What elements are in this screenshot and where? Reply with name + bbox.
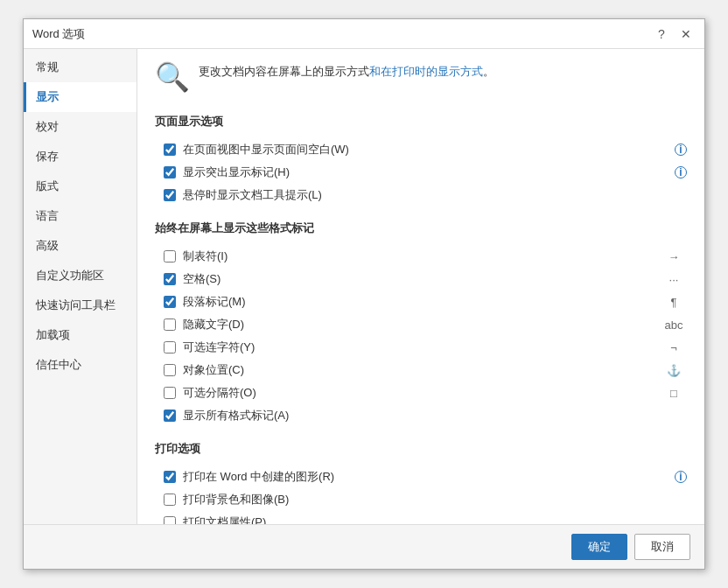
- option-symbol-1-6: □: [661, 387, 687, 400]
- option-symbol-1-0: →: [661, 250, 687, 263]
- option-row-1-3: 隐藏文字(D)abc: [155, 313, 687, 336]
- option-row-2-0: 打印在 Word 中创建的图形(R)i: [155, 466, 687, 488]
- sidebar-item-9[interactable]: 加载项: [24, 320, 136, 350]
- header-text: 更改文档内容在屏幕上的显示方式和在打印时的显示方式。: [199, 63, 494, 81]
- option-row-1-0: 制表符(I)→: [155, 245, 687, 268]
- help-button[interactable]: ?: [652, 24, 671, 44]
- section-title-0: 页面显示选项: [155, 114, 687, 130]
- option-label-2-1: 打印背景色和图像(B): [183, 492, 687, 508]
- sidebar-item-10[interactable]: 信任中心: [24, 350, 136, 380]
- option-label-0-0: 在页面视图中显示页面间空白(W): [183, 142, 668, 158]
- info-icon-0-1[interactable]: i: [675, 166, 687, 178]
- info-icon-0-0[interactable]: i: [675, 144, 687, 156]
- title-bar: Word 选项 ? ✕: [24, 19, 704, 49]
- option-label-1-6: 可选分隔符(O): [183, 385, 654, 401]
- dialog-title: Word 选项: [32, 26, 85, 42]
- option-label-1-5: 对象位置(C): [183, 362, 654, 378]
- option-symbol-1-4: ¬: [661, 341, 687, 354]
- option-row-0-2: 悬停时显示文档工具提示(L): [155, 184, 687, 206]
- section-title-2: 打印选项: [155, 441, 687, 457]
- option-row-1-1: 空格(S)···: [155, 268, 687, 290]
- title-bar-controls: ? ✕: [652, 24, 696, 44]
- option-row-2-1: 打印背景色和图像(B): [155, 488, 687, 511]
- option-row-1-6: 可选分隔符(O)□: [155, 382, 687, 404]
- checkbox-0-0[interactable]: [164, 144, 176, 156]
- sidebar-item-2[interactable]: 校对: [24, 112, 136, 142]
- option-label-1-0: 制表符(I): [183, 248, 654, 264]
- checkbox-1-5[interactable]: [164, 364, 176, 376]
- option-row-1-4: 可选连字符(Y)¬: [155, 336, 687, 359]
- option-label-1-4: 可选连字符(Y): [183, 340, 654, 355]
- option-label-1-1: 空格(S): [183, 271, 654, 287]
- option-symbol-1-2: ¶: [661, 296, 687, 309]
- sidebar-item-8[interactable]: 快速访问工具栏: [24, 290, 136, 320]
- option-label-1-2: 段落标记(M): [183, 294, 654, 310]
- checkbox-2-1[interactable]: [164, 494, 176, 506]
- sidebar-item-6[interactable]: 高级: [24, 231, 136, 261]
- option-symbol-1-5: ⚓: [661, 364, 687, 377]
- option-row-0-0: 在页面视图中显示页面间空白(W)i: [155, 138, 687, 161]
- option-row-2-2: 打印文档属性(P): [155, 511, 687, 524]
- info-icon-2-0[interactable]: i: [675, 471, 687, 483]
- option-label-0-2: 悬停时显示文档工具提示(L): [183, 187, 687, 203]
- option-symbol-1-3: abc: [661, 318, 687, 332]
- checkbox-1-6[interactable]: [164, 387, 176, 399]
- option-label-1-3: 隐藏文字(D): [183, 317, 654, 332]
- ok-button[interactable]: 确定: [571, 534, 627, 560]
- section-title-1: 始终在屏幕上显示这些格式标记: [155, 220, 687, 236]
- option-label-2-2: 打印文档属性(P): [183, 514, 687, 524]
- section-0: 页面显示选项在页面视图中显示页面间空白(W)i显示突出显示标记(H)i悬停时显示…: [155, 114, 687, 206]
- sidebar: 常规显示校对保存版式语言高级自定义功能区快速访问工具栏加载项信任中心: [24, 49, 137, 524]
- checkbox-1-0[interactable]: [164, 250, 176, 262]
- option-label-2-0: 打印在 Word 中创建的图形(R): [183, 469, 668, 485]
- checkbox-1-4[interactable]: [164, 341, 176, 354]
- option-row-0-1: 显示突出显示标记(H)i: [155, 161, 687, 184]
- checkbox-0-1[interactable]: [164, 166, 176, 178]
- sidebar-item-3[interactable]: 保存: [24, 142, 136, 172]
- checkbox-1-1[interactable]: [164, 273, 176, 285]
- sidebar-item-0[interactable]: 常规: [24, 52, 136, 82]
- cancel-button[interactable]: 取消: [634, 534, 690, 560]
- sidebar-item-5[interactable]: 语言: [24, 201, 136, 231]
- sections-container: 页面显示选项在页面视图中显示页面间空白(W)i显示突出显示标记(H)i悬停时显示…: [155, 114, 687, 524]
- header-text-part1: 更改文档内容在屏幕上的显示方式: [199, 65, 369, 78]
- checkbox-1-7[interactable]: [164, 410, 176, 422]
- checkbox-2-0[interactable]: [164, 471, 176, 483]
- option-symbol-1-1: ···: [661, 273, 687, 286]
- sidebar-item-1[interactable]: 显示: [24, 82, 136, 112]
- header-text-link: 和在打印时的显示方式: [369, 65, 483, 78]
- section-1: 始终在屏幕上显示这些格式标记制表符(I)→空格(S)···段落标记(M)¶隐藏文…: [155, 220, 687, 427]
- section-2: 打印选项打印在 Word 中创建的图形(R)i打印背景色和图像(B)打印文档属性…: [155, 441, 687, 524]
- header-description: 🔍 更改文档内容在屏幕上的显示方式和在打印时的显示方式。: [155, 63, 687, 100]
- dialog-body: 常规显示校对保存版式语言高级自定义功能区快速访问工具栏加载项信任中心 🔍 更改文…: [24, 49, 704, 524]
- sidebar-item-7[interactable]: 自定义功能区: [24, 261, 136, 290]
- option-row-1-5: 对象位置(C)⚓: [155, 359, 687, 382]
- word-options-dialog: Word 选项 ? ✕ 常规显示校对保存版式语言高级自定义功能区快速访问工具栏加…: [23, 18, 705, 570]
- option-label-1-7: 显示所有格式标记(A): [183, 408, 687, 424]
- checkbox-2-2[interactable]: [164, 516, 176, 524]
- sidebar-item-4[interactable]: 版式: [24, 172, 136, 201]
- option-label-0-1: 显示突出显示标记(H): [183, 164, 668, 180]
- header-text-part2: 。: [483, 65, 494, 78]
- checkbox-1-3[interactable]: [164, 318, 176, 331]
- option-row-1-7: 显示所有格式标记(A): [155, 404, 687, 427]
- checkbox-1-2[interactable]: [164, 296, 176, 308]
- display-icon: 🔍: [155, 63, 190, 91]
- checkbox-0-2[interactable]: [164, 189, 176, 201]
- option-row-1-2: 段落标记(M)¶: [155, 290, 687, 313]
- dialog-footer: 确定 取消: [24, 524, 704, 569]
- main-content: 🔍 更改文档内容在屏幕上的显示方式和在打印时的显示方式。 页面显示选项在页面视图…: [137, 49, 704, 524]
- close-button[interactable]: ✕: [676, 24, 696, 44]
